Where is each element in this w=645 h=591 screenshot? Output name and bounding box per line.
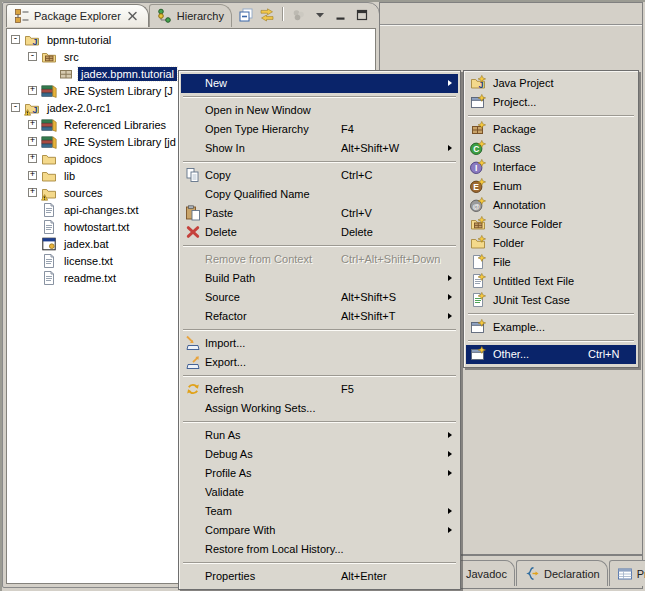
collapse-expander-icon[interactable]: - bbox=[11, 103, 20, 112]
menu-item-source[interactable]: SourceAlt+Shift+S bbox=[181, 288, 458, 307]
menu-item-delete[interactable]: DeleteDelete bbox=[181, 223, 458, 242]
text-file-icon bbox=[41, 202, 57, 218]
menu-item-copy[interactable]: CopyCtrl+C bbox=[181, 166, 458, 185]
text-file-icon bbox=[41, 270, 57, 286]
collapse-expander-icon[interactable]: - bbox=[11, 35, 20, 44]
submenu-item-java-project[interactable]: JJava Project bbox=[466, 74, 636, 93]
package-icon bbox=[58, 66, 74, 82]
menu-item-team[interactable]: Team bbox=[181, 502, 458, 521]
menu-item-shortcut: F5 bbox=[341, 380, 354, 399]
submenu-item-example[interactable]: Example... bbox=[466, 318, 636, 337]
menu-item-label: Validate bbox=[205, 486, 244, 498]
submenu-item-junit-test-case[interactable]: JUnit Test Case bbox=[466, 291, 636, 310]
tree-item-src[interactable]: -src bbox=[7, 48, 375, 65]
menu-item-new[interactable]: New bbox=[181, 74, 458, 93]
menu-item-profile-as[interactable]: Profile As bbox=[181, 464, 458, 483]
submenu-arrow-icon bbox=[448, 313, 452, 319]
bottom-tab-prop[interactable]: Prop bbox=[609, 560, 645, 586]
collapse-all-icon bbox=[238, 7, 254, 23]
collapse-all-button[interactable] bbox=[237, 6, 255, 24]
tab-label: Hierarchy bbox=[177, 10, 224, 22]
expand-expander-icon[interactable]: + bbox=[28, 154, 37, 163]
menu-item-label: Untitled Text File bbox=[493, 275, 574, 287]
submenu-item-other[interactable]: Other...Ctrl+N bbox=[466, 345, 636, 364]
submenu-arrow-icon bbox=[448, 527, 452, 533]
submenu-item-project[interactable]: Project... bbox=[466, 93, 636, 112]
menu-item-show-in[interactable]: Show InAlt+Shift+W bbox=[181, 139, 458, 158]
menu-item-debug-as[interactable]: Debug As bbox=[181, 445, 458, 464]
menu-item-shortcut: Alt+Shift+T bbox=[341, 307, 395, 326]
new-file-icon bbox=[470, 254, 486, 270]
menu-item-label: JUnit Test Case bbox=[493, 294, 570, 306]
tree-item-label: sources bbox=[61, 186, 106, 200]
menu-item-refactor[interactable]: RefactorAlt+Shift+T bbox=[181, 307, 458, 326]
submenu-item-interface[interactable]: IInterface bbox=[466, 158, 636, 177]
close-icon[interactable] bbox=[125, 8, 141, 24]
bottom-tab-javadoc[interactable]: Javadoc bbox=[458, 560, 515, 586]
menu-item-refresh[interactable]: RefreshF5 bbox=[181, 380, 458, 399]
tree-item-label: license.txt bbox=[61, 254, 116, 268]
submenu-item-folder[interactable]: Folder bbox=[466, 234, 636, 253]
submenu-item-class[interactable]: CClass bbox=[466, 139, 636, 158]
tree-item-label: jadex-2.0-rc1 bbox=[44, 101, 114, 115]
link-with-editor-button[interactable] bbox=[258, 6, 276, 24]
submenu-item-untitled-text-file[interactable]: Untitled Text File bbox=[466, 272, 636, 291]
menu-item-label: Folder bbox=[493, 237, 524, 249]
minimize-button[interactable] bbox=[332, 6, 350, 24]
collapse-expander-icon[interactable]: - bbox=[28, 52, 37, 61]
menu-item-validate[interactable]: Validate bbox=[181, 483, 458, 502]
tab-hierarchy[interactable]: Hierarchy bbox=[149, 4, 232, 27]
tree-item-label: JRE System Library [J bbox=[61, 84, 176, 98]
menu-item-shortcut: Ctrl+N bbox=[588, 345, 619, 364]
tab-label: Package Explorer bbox=[34, 10, 121, 22]
bottom-tab-label: Javadoc bbox=[466, 568, 507, 580]
submenu-item-annotation[interactable]: @Annotation bbox=[466, 196, 636, 215]
submenu-item-package[interactable]: Package bbox=[466, 120, 636, 139]
menu-item-shortcut: Alt+Shift+S bbox=[341, 288, 396, 307]
dropdown-icon bbox=[312, 7, 328, 23]
menu-item-label: Refresh bbox=[205, 383, 244, 395]
submenu-item-source-folder[interactable]: Source Folder bbox=[466, 215, 636, 234]
menu-item-run-as[interactable]: Run As bbox=[181, 426, 458, 445]
new-source-folder-icon bbox=[470, 216, 486, 232]
expand-expander-icon[interactable]: + bbox=[28, 171, 37, 180]
menu-separator bbox=[468, 340, 634, 342]
menu-item-label: Profile As bbox=[205, 467, 251, 479]
submenu-item-enum[interactable]: EEnum bbox=[466, 177, 636, 196]
delete-icon bbox=[185, 224, 201, 240]
menu-item-assign-working-sets[interactable]: Assign Working Sets... bbox=[181, 399, 458, 418]
link-editor-icon bbox=[259, 7, 275, 23]
expand-expander-icon[interactable]: + bbox=[28, 120, 37, 129]
menu-item-compare-with[interactable]: Compare With bbox=[181, 521, 458, 540]
maximize-button[interactable] bbox=[353, 6, 371, 24]
package-explorer-icon bbox=[14, 8, 30, 24]
tab-package-explorer[interactable]: Package Explorer bbox=[6, 4, 149, 27]
view-menu-button[interactable] bbox=[311, 6, 329, 24]
menu-item-open-in-new-window[interactable]: Open in New Window bbox=[181, 101, 458, 120]
bottom-tab-declaration[interactable]: Declaration bbox=[516, 560, 608, 586]
menu-separator bbox=[183, 562, 456, 564]
menu-item-label: Copy Qualified Name bbox=[205, 188, 310, 200]
submenu-arrow-icon bbox=[448, 275, 452, 281]
menu-item-export[interactable]: Export... bbox=[181, 353, 458, 372]
new-annotation-icon: @ bbox=[470, 197, 486, 213]
menu-item-properties[interactable]: PropertiesAlt+Enter bbox=[181, 567, 458, 586]
expand-expander-icon[interactable]: + bbox=[28, 137, 37, 146]
text-file-icon bbox=[41, 219, 57, 235]
menu-item-label: Class bbox=[493, 142, 521, 154]
svg-text:E: E bbox=[473, 182, 479, 192]
menu-item-open-type-hierarchy[interactable]: Open Type HierarchyF4 bbox=[181, 120, 458, 139]
submenu-arrow-icon bbox=[448, 508, 452, 514]
tree-item-bpmn-tutorial[interactable]: -Jbpmn-tutorial bbox=[7, 31, 375, 48]
menu-item-build-path[interactable]: Build Path bbox=[181, 269, 458, 288]
menu-item-restore-from-local-history[interactable]: Restore from Local History... bbox=[181, 540, 458, 559]
menu-item-copy-qualified-name[interactable]: Copy Qualified Name bbox=[181, 185, 458, 204]
expand-expander-icon[interactable]: + bbox=[28, 188, 37, 197]
menu-item-paste[interactable]: PasteCtrl+V bbox=[181, 204, 458, 223]
expand-expander-icon[interactable]: + bbox=[28, 86, 37, 95]
menu-item-import[interactable]: Import... bbox=[181, 334, 458, 353]
text-file-icon bbox=[41, 253, 57, 269]
menu-item-label: Enum bbox=[493, 180, 522, 192]
new-enum-icon: E bbox=[470, 178, 486, 194]
submenu-item-file[interactable]: File bbox=[466, 253, 636, 272]
